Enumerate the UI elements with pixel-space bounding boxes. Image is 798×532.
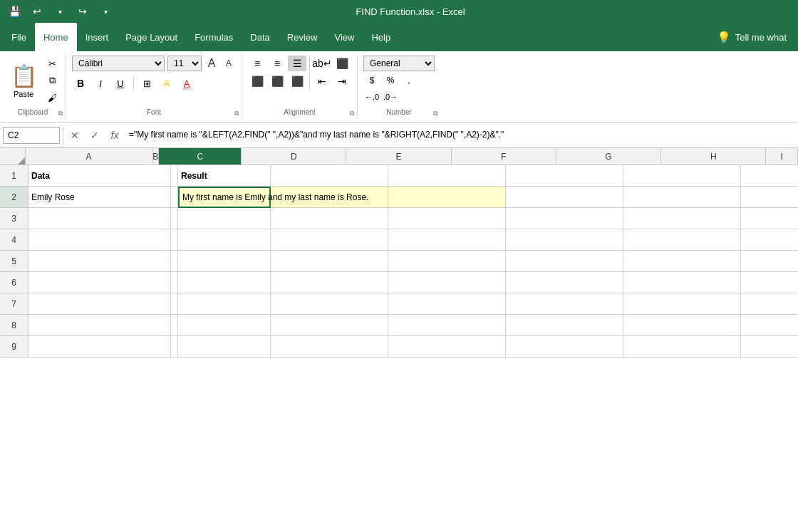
cell-g2[interactable] [623, 187, 741, 208]
cell-f4[interactable] [506, 229, 623, 251]
cell-f2[interactable] [506, 187, 623, 208]
cell-b5[interactable] [171, 251, 178, 272]
row-header-6[interactable]: 6 [0, 272, 28, 293]
menu-file[interactable]: File [3, 23, 35, 51]
cell-d1[interactable] [271, 165, 388, 187]
cell-c5[interactable] [178, 251, 271, 272]
align-right-button[interactable]: ⬛ [288, 73, 306, 89]
font-family-select[interactable]: Calibri [72, 56, 165, 71]
fill-color-button[interactable]: A [158, 75, 175, 91]
align-left-button[interactable]: ⬛ [248, 73, 266, 89]
cell-b4[interactable] [171, 229, 178, 251]
cell-a3[interactable] [28, 208, 171, 229]
cell-e5[interactable] [388, 251, 506, 272]
alignment-expand[interactable]: ⧉ [350, 110, 354, 118]
decrease-indent-button[interactable]: ⇤ [313, 73, 331, 89]
cell-a2[interactable]: Emily Rose [28, 187, 171, 208]
menu-help[interactable]: Help [363, 23, 399, 51]
font-size-select[interactable]: 11 [167, 56, 202, 71]
menu-insert[interactable]: Insert [77, 23, 118, 51]
cell-b7[interactable] [171, 293, 178, 315]
cell-h3[interactable] [741, 208, 798, 229]
cell-d8[interactable] [271, 315, 388, 336]
cell-b9[interactable] [171, 336, 178, 358]
font-expand[interactable]: ⧉ [234, 110, 239, 118]
cell-e6[interactable] [388, 272, 506, 293]
format-painter-button[interactable]: 🖌 [44, 90, 60, 105]
font-color-button[interactable]: A [178, 75, 195, 91]
cell-h2[interactable] [741, 187, 798, 208]
formula-input[interactable]: ="My first name is "&LEFT(A2,FIND(" ",A2… [126, 127, 795, 142]
redo-button[interactable]: ↪ [74, 3, 91, 20]
cell-c8[interactable] [178, 315, 271, 336]
row-header-1[interactable]: 1 [0, 165, 28, 187]
cell-a7[interactable] [28, 293, 171, 315]
menu-page-layout[interactable]: Page Layout [117, 23, 186, 51]
corner-cell[interactable] [0, 148, 26, 165]
align-top-left-button[interactable]: ≡ [248, 56, 266, 71]
row-header-9[interactable]: 9 [0, 336, 28, 358]
cell-h1[interactable] [741, 165, 798, 187]
cell-c2[interactable]: My first name is Emily and my last name … [178, 187, 271, 208]
cell-a8[interactable] [28, 315, 171, 336]
menu-data[interactable]: Data [242, 23, 278, 51]
row-header-2[interactable]: 2 [0, 187, 28, 208]
cell-d3[interactable] [271, 208, 388, 229]
cell-a5[interactable] [28, 251, 171, 272]
cell-g5[interactable] [623, 251, 741, 272]
col-header-c[interactable]: C [159, 148, 242, 165]
cell-a4[interactable] [28, 229, 171, 251]
save-button[interactable]: 💾 [6, 3, 23, 20]
formula-confirm-button[interactable]: ✓ [86, 127, 103, 144]
percent-button[interactable]: % [382, 73, 399, 88]
cell-c4[interactable] [178, 229, 271, 251]
clipboard-expand[interactable]: ⧉ [58, 110, 63, 118]
cell-e1[interactable] [388, 165, 506, 187]
decrease-decimal-button[interactable]: ←.0 [363, 90, 380, 104]
cell-e7[interactable] [388, 293, 506, 315]
menu-view[interactable]: View [326, 23, 363, 51]
undo-button[interactable]: ↩ [28, 3, 46, 20]
cell-e9[interactable] [388, 336, 506, 358]
cell-f5[interactable] [506, 251, 623, 272]
align-center-button[interactable]: ⬛ [268, 73, 286, 89]
cell-f1[interactable] [506, 165, 623, 187]
cell-ref-box[interactable]: C2 [3, 127, 60, 144]
row-header-5[interactable]: 5 [0, 251, 28, 272]
cell-h9[interactable] [741, 336, 798, 358]
cell-d6[interactable] [271, 272, 388, 293]
col-header-h[interactable]: H [661, 148, 766, 165]
cell-a6[interactable] [28, 272, 171, 293]
increase-indent-button[interactable]: ⇥ [333, 73, 351, 89]
font-decrease-button[interactable]: A [222, 56, 236, 71]
col-header-a[interactable]: A [26, 148, 152, 165]
cell-c3[interactable] [178, 208, 271, 229]
cell-f3[interactable] [506, 208, 623, 229]
cell-g3[interactable] [623, 208, 741, 229]
cell-a9[interactable] [28, 336, 171, 358]
italic-button[interactable]: I [92, 75, 109, 91]
cell-c9[interactable] [178, 336, 271, 358]
paste-button[interactable]: 📋 Paste [6, 56, 41, 106]
cell-b6[interactable] [171, 272, 178, 293]
row-header-8[interactable]: 8 [0, 315, 28, 336]
row-header-3[interactable]: 3 [0, 208, 28, 229]
more-qat-button[interactable]: ▾ [97, 3, 114, 20]
fx-button[interactable]: fx [106, 127, 123, 144]
number-expand[interactable]: ⧉ [433, 110, 437, 118]
cell-f9[interactable] [506, 336, 623, 358]
cell-g9[interactable] [623, 336, 741, 358]
increase-decimal-button[interactable]: .0→ [382, 90, 399, 104]
cell-b3[interactable] [171, 208, 178, 229]
col-header-i[interactable]: I [766, 148, 798, 165]
comma-button[interactable]: , [400, 73, 418, 88]
cell-h4[interactable] [741, 229, 798, 251]
copy-button[interactable]: ⧉ [44, 73, 60, 88]
cell-d5[interactable] [271, 251, 388, 272]
bold-button[interactable]: B [72, 75, 89, 91]
cell-g6[interactable] [623, 272, 741, 293]
row-header-7[interactable]: 7 [0, 293, 28, 315]
cell-h8[interactable] [741, 315, 798, 336]
cell-f7[interactable] [506, 293, 623, 315]
cell-e3[interactable] [388, 208, 506, 229]
